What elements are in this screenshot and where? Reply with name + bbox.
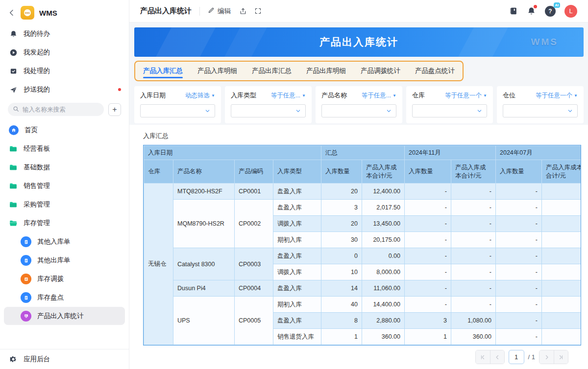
sidebar-item-app-backend[interactable]: 应用后台 [0,349,129,369]
table-wrapper[interactable]: 入库日期汇总2024年11月2024年07月仓库产品名称产品编码入库类型入库数量… [143,145,581,346]
table-row: Catalyst 8300CP0003盘盈入库00.00--- [144,248,582,264]
tab-count-stats[interactable]: 产品盘点统计 [415,62,455,80]
topbar: 产品出入库统计 编辑 ? AI L [129,0,588,23]
table-cell: UPS [173,297,235,345]
sidebar-item-cc-to-me[interactable]: 抄送我的 [0,80,129,99]
tab-inbound-summary[interactable]: 产品入库汇总 [143,62,183,80]
add-app-button[interactable]: + [108,103,121,116]
doc-circle-icon [21,255,31,266]
sidebar-item-base-data[interactable]: 基础数据 [0,158,129,177]
table-cell [542,232,581,248]
column-group-header: 2024年11月 [405,146,496,160]
table-row: Dusun Pi4CP0004盘盈入库1411,060.00--- [144,280,582,297]
table-cell: 0 [321,248,362,264]
page-banner: 产品出入库统计 WMS [134,27,584,57]
table-row: 无锡仓MTQ8200-HS2FCP0001盘盈入库2012,400.00--- [144,184,582,200]
table-cell: 盘盈入库 [273,248,321,264]
prev-page-button[interactable] [490,350,504,364]
tab-outbound-detail[interactable]: 产品出库明细 [306,62,346,80]
table-cell: 盘盈入库 [273,200,321,216]
column-header: 产品编码 [235,160,273,184]
last-page-button[interactable] [554,350,568,364]
sidebar-item-stock-transfer[interactable]: 库存调拨 [0,270,129,288]
filter-select[interactable] [140,104,215,117]
filter-inbound-type: 入库类型等于任意...▼ [225,86,312,123]
filter-select[interactable] [503,104,578,117]
sidebar-search-row: + [0,99,129,121]
filter-label: 产品名称 [321,91,347,100]
next-page-button[interactable] [539,350,554,364]
sidebar-item-purchase-mgmt[interactable]: 采购管理 [0,195,129,214]
page-title: 产品出入库统计 [140,6,192,16]
column-header: 入库数量 [496,160,542,184]
fullscreen-icon[interactable] [250,7,265,15]
sidebar-item-label: 我发起的 [24,48,50,57]
tab-inbound-detail[interactable]: 产品入库明细 [197,62,237,80]
sidebar-item-my-handled[interactable]: 我处理的 [0,62,129,80]
table-cell: 8,000.00 [362,264,405,280]
sidebar-item-my-initiated[interactable]: 我发起的 [0,43,129,62]
filter-label: 仓位 [503,91,515,100]
column-header: 仓库 [144,160,173,184]
sidebar-item-label: 首页 [24,126,38,135]
table-cell: Dusun Pi4 [173,280,235,297]
sidebar-item-home[interactable]: 首页 [0,121,129,139]
edit-button[interactable]: 编辑 [208,7,231,16]
filter-select[interactable] [412,104,487,117]
search-input[interactable] [23,106,81,113]
folder-icon [9,182,18,190]
sidebar-item-product-io-stats[interactable]: 产品出入库统计 [4,307,125,325]
help-ai-icon[interactable]: ? AI [545,6,556,17]
filter-operator[interactable]: 等于任意...▼ [271,92,306,100]
banner-decoration [453,27,513,57]
sidebar-item-label: 经营看板 [24,144,50,153]
edit-label: 编辑 [218,7,231,16]
table-cell [542,329,581,345]
table-cell: - [451,200,496,216]
filter-product-name: 产品名称等于任意...▼ [316,86,402,123]
filter-operator[interactable]: 等于任意一个▼ [536,92,578,100]
table-cell: - [405,297,451,313]
filter-operator[interactable]: 等于任意...▼ [362,92,396,100]
table-cell: - [496,232,542,248]
sidebar-item-sales-mgmt[interactable]: 销售管理 [0,177,129,195]
column-header: 产品入库成本合计/元 [542,160,581,184]
table-cell: MTQ8200-HS2F [173,184,235,200]
table-cell: 盘盈入库 [273,184,321,200]
sidebar-item-my-todo[interactable]: 我的待办 [0,24,129,43]
filter-select[interactable] [321,104,396,117]
page-number-input[interactable] [509,350,524,364]
table-cell: 20 [321,184,362,200]
sidebar-item-other-inbound[interactable]: 其他入库单 [0,232,129,251]
sidebar-item-other-outbound[interactable]: 其他出库单 [0,251,129,270]
folder-open-icon [9,219,18,228]
content-area: 产品出入库统计 WMS 产品入库汇总 产品入库明细 产品出库汇总 产品出库明细 … [129,23,588,369]
table-cell: - [496,184,542,200]
notebook-icon[interactable] [509,6,518,16]
gear-icon [9,355,18,364]
filter-select[interactable] [231,104,306,117]
notifications-bell-icon[interactable] [527,6,536,16]
filter-operator[interactable]: 等于任意一个▼ [445,92,487,100]
tabbar: 产品入库汇总 产品入库明细 产品出库汇总 产品出库明细 产品调拨统计 产品盘点统… [134,61,464,81]
filter-bin: 仓位等于任意一个▼ [497,86,584,123]
share-icon[interactable] [236,7,250,15]
collapse-sidebar-icon[interactable] [8,9,16,17]
sidebar-item-label: 应用后台 [24,355,50,364]
app-title: WMS [39,9,57,17]
tab-outbound-summary[interactable]: 产品出库汇总 [252,62,292,80]
first-page-button[interactable] [476,350,490,364]
notification-dot [118,88,121,91]
sidebar-item-stock-count[interactable]: 库存盘点 [0,288,129,307]
avatar[interactable]: L [564,5,577,18]
column-group-header: 汇总 [321,146,405,160]
table-cell: - [451,248,496,264]
tab-transfer-stats[interactable]: 产品调拨统计 [361,62,400,80]
sidebar-search[interactable] [8,103,104,116]
sidebar-item-inventory-mgmt[interactable]: 库存管理 [0,214,129,232]
column-header: 入库类型 [273,160,321,184]
pagination-group-next [539,350,568,364]
sidebar-item-business-board[interactable]: 经营看板 [0,139,129,158]
filter-operator[interactable]: 动态筛选▼ [185,92,215,100]
chevron-down-icon [205,107,210,115]
